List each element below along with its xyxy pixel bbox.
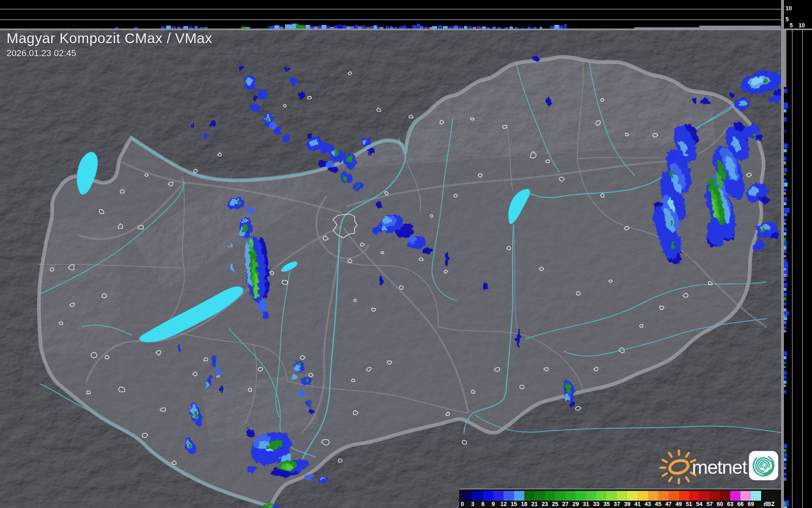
profile-echo — [784, 458, 786, 461]
profile-echo — [784, 255, 786, 257]
profile-echo — [784, 278, 786, 281]
profile-echo — [784, 109, 786, 112]
dbz-tick: 60 — [717, 501, 723, 507]
profile-echo — [334, 26, 338, 29]
profile-echo — [784, 283, 787, 287]
logo-text: metnet — [692, 456, 747, 478]
profile-echo — [784, 161, 786, 165]
profile-echo — [296, 24, 300, 29]
profile-echo — [784, 371, 787, 375]
profile-echo — [412, 25, 416, 29]
profile-echo — [784, 467, 786, 469]
profile-echo — [784, 321, 786, 324]
dbz-tick: 37 — [614, 501, 620, 507]
profile-echo — [784, 463, 786, 466]
profile-echo — [166, 26, 171, 29]
top-10km-line — [0, 9, 781, 9]
right-axis-label-5: 5 — [790, 22, 793, 29]
dbz-tick: 9 — [492, 501, 495, 507]
profile-echo — [784, 202, 786, 205]
profile-echo — [784, 117, 787, 121]
profile-echo — [784, 218, 786, 222]
dbz-tick: 51 — [686, 501, 692, 507]
page-title: Magyar Kompozit CMax / VMax — [7, 30, 212, 46]
top-axis-label-5: 5 — [786, 16, 789, 22]
dbz-segment — [699, 491, 709, 501]
dbz-tick: 43 — [645, 501, 651, 507]
profile-echo — [355, 25, 358, 29]
profile-echo — [559, 26, 563, 29]
profile-echo — [784, 232, 786, 235]
profile-echo — [438, 25, 442, 29]
dbz-tick: 33 — [593, 501, 600, 507]
dbz-segment — [473, 491, 483, 501]
dbz-tick: 57 — [707, 501, 713, 507]
profile-echo — [784, 130, 786, 133]
profile-echo — [784, 449, 786, 452]
profile-echo — [784, 30, 786, 87]
profile-echo — [784, 183, 788, 187]
dbz-segment — [586, 491, 596, 501]
dbz-tick: 23 — [542, 501, 548, 507]
profile-echo — [554, 25, 559, 29]
dbz-tick: 29 — [573, 501, 579, 507]
dbz-tick: 21 — [531, 501, 538, 507]
profile-echo — [784, 502, 786, 505]
profile-echo — [285, 24, 292, 29]
top-axis-label-10: 10 — [786, 5, 792, 11]
profile-echo — [784, 250, 786, 253]
profile-echo — [784, 351, 787, 355]
profile-echo — [343, 25, 347, 29]
dbz-tick: 18 — [521, 501, 527, 507]
profile-echo — [564, 24, 567, 29]
profile-echo — [784, 366, 786, 368]
dbz-legend: 0369121518212325272931333537394143454749… — [459, 489, 781, 508]
profile-echo — [784, 222, 786, 225]
dbz-tick: 12 — [500, 501, 507, 507]
profile-echo — [784, 197, 787, 201]
profile-echo — [784, 213, 787, 216]
profile-echo — [784, 241, 787, 245]
dbz-segment — [493, 491, 503, 501]
profile-echo — [699, 26, 781, 29]
dbz-tick: 25 — [552, 501, 558, 507]
profile-echo — [403, 26, 406, 29]
dbz-tick: 54 — [696, 501, 703, 507]
dbz-tick: 6 — [482, 501, 485, 507]
profile-echo — [338, 24, 343, 29]
app-icon — [749, 451, 778, 480]
profile-echo — [784, 168, 787, 172]
dbz-tick: 63 — [727, 501, 733, 507]
dbz-tick: 49 — [676, 501, 682, 507]
timestamp: 2026.01.23 02:45 — [7, 48, 212, 59]
dbz-segment — [545, 491, 555, 501]
dbz-tick: 15 — [511, 501, 517, 507]
dbz-segment — [679, 491, 689, 501]
profile-echo — [374, 25, 377, 29]
dbz-tick: 3 — [471, 501, 474, 507]
profile-echo — [784, 192, 786, 195]
profile-echo — [300, 25, 305, 29]
profile-echo — [784, 178, 786, 182]
profile-echo — [784, 453, 787, 457]
dbz-segment — [720, 491, 730, 501]
profile-echo — [784, 330, 786, 332]
dbz-segment — [668, 491, 678, 501]
dbz-tick: 35 — [604, 501, 610, 507]
profile-echo — [784, 274, 786, 277]
dbz-segment — [710, 491, 720, 501]
profile-echo — [784, 356, 786, 359]
title-block: Magyar Kompozit CMax / VMax 2026.01.23 0… — [7, 30, 212, 59]
profile-echo — [784, 292, 787, 297]
dbz-tick: 66 — [738, 501, 744, 507]
profile-echo — [784, 188, 786, 191]
dbz-segment — [503, 491, 514, 501]
dbz-tick: 0 — [461, 501, 464, 507]
dbz-segment — [606, 491, 617, 501]
profile-echo — [305, 25, 310, 29]
profile-echo — [784, 477, 786, 481]
dbz-segment — [648, 491, 658, 501]
dbz-segment — [627, 491, 637, 501]
metnet-logo: metnet — [648, 447, 782, 485]
right-10km-line — [802, 30, 803, 508]
